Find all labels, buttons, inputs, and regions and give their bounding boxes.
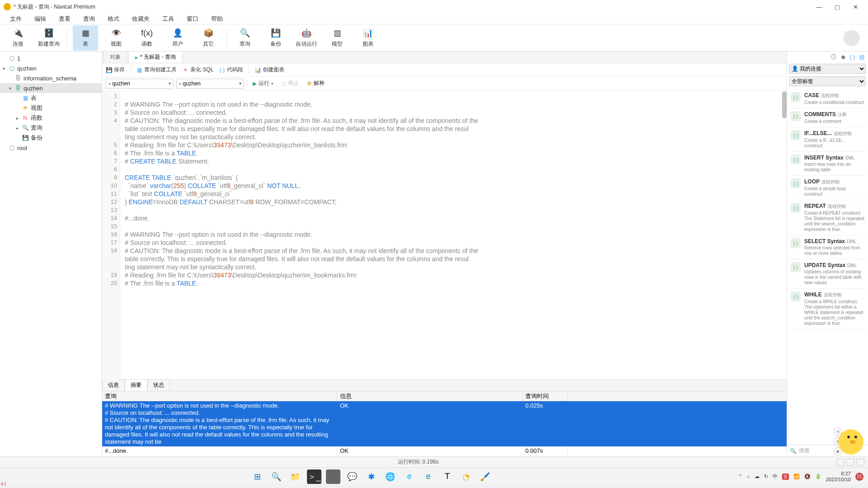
header-time[interactable]: 查询时间 bbox=[523, 391, 568, 401]
tab-objects[interactable]: 对象 bbox=[103, 51, 127, 63]
toolbar-图表[interactable]: 📊图表 bbox=[355, 25, 381, 51]
header-message[interactable]: 信息 bbox=[337, 391, 523, 401]
header-query[interactable]: 查询 bbox=[102, 391, 337, 401]
tray-wifi-icon[interactable]: 📶 bbox=[793, 474, 800, 479]
brackets-icon[interactable]: ( ) bbox=[850, 54, 855, 60]
navicat-icon[interactable]: ◔ bbox=[459, 469, 473, 484]
tags-select[interactable]: 全部标签 bbox=[789, 76, 866, 86]
run-button[interactable]: ▶运行▾ bbox=[250, 80, 276, 87]
snippet-button[interactable]: ( )代码段 bbox=[219, 66, 243, 74]
close-button[interactable]: ✕ bbox=[846, 0, 864, 13]
editor-scrollbar[interactable] bbox=[782, 91, 787, 118]
toolbar-视图[interactable]: 👁️视图 bbox=[104, 25, 129, 51]
notification-badge[interactable]: 21 bbox=[855, 473, 863, 481]
user-avatar[interactable] bbox=[844, 30, 860, 46]
menu-编辑[interactable]: 编辑 bbox=[28, 15, 52, 23]
tray-s-icon[interactable]: S bbox=[782, 474, 789, 480]
query-builder-button[interactable]: ▦查询创建工具 bbox=[136, 66, 177, 74]
menu-查询[interactable]: 查询 bbox=[77, 15, 101, 23]
snippet-COMMENTS[interactable]: ( )COMMENTS注释Create a comment bbox=[789, 108, 866, 127]
mascot[interactable]: ⟲ ⚙ ✖ bbox=[834, 425, 865, 456]
chrome-icon[interactable]: 🌐 bbox=[383, 469, 397, 484]
create-chart-button[interactable]: 📊创建图表 bbox=[255, 66, 284, 74]
tab-query[interactable]: ▸* 无标题 - 查询 bbox=[128, 51, 183, 63]
snippet-icon[interactable]: ▤ bbox=[859, 54, 864, 60]
text-icon[interactable]: T bbox=[440, 469, 454, 484]
app-icon-1[interactable] bbox=[326, 469, 340, 484]
menu-工具[interactable]: 工具 bbox=[156, 15, 180, 23]
layout-btn-1[interactable] bbox=[836, 459, 844, 466]
menu-格式[interactable]: 格式 bbox=[101, 15, 126, 23]
minimize-button[interactable]: — bbox=[810, 0, 828, 13]
tray-circle-icon[interactable]: ○ bbox=[747, 474, 750, 479]
edge-icon[interactable]: e bbox=[402, 469, 416, 484]
toolbar-表[interactable]: ▦表 bbox=[73, 25, 98, 51]
snippet-LOOP[interactable]: ( )LOOP流程控制Create a simple loop construc… bbox=[789, 176, 866, 200]
layout-btn-2[interactable] bbox=[846, 459, 854, 466]
toolbar-模型[interactable]: ▥模型 bbox=[325, 25, 350, 51]
snippet-REPEAT[interactable]: ( )REPEAT流程控制Create A REPEAT construct. … bbox=[789, 200, 866, 235]
menu-文件[interactable]: 文件 bbox=[4, 15, 28, 23]
terminal-icon[interactable]: ＞_ bbox=[307, 469, 321, 484]
app-icon-2[interactable]: ✱ bbox=[364, 469, 378, 484]
database-dropdown[interactable]: ▪quzhen▾ bbox=[176, 79, 244, 89]
tray-cloud-icon[interactable]: ☁ bbox=[755, 474, 760, 479]
tray-sync-icon[interactable]: ↻ bbox=[764, 474, 768, 479]
tree-information_schema[interactable]: 🗄information_schema bbox=[0, 73, 102, 83]
info-icon[interactable]: ⓘ bbox=[831, 53, 836, 61]
toolbar-其它[interactable]: 📦其它 bbox=[196, 25, 221, 51]
eye-icon[interactable]: ◉ bbox=[841, 54, 845, 60]
menu-收藏夹[interactable]: 收藏夹 bbox=[126, 15, 156, 23]
tray-battery-icon[interactable]: 🔋 bbox=[815, 474, 821, 479]
snippet-WHILE[interactable]: ( )WHILE流程控制Create a WHILE construct. Th… bbox=[789, 289, 866, 329]
result-row[interactable]: # WARNING The --port option is not used … bbox=[102, 401, 787, 446]
tree-root[interactable]: ▢root bbox=[0, 143, 102, 153]
snippet-UPDATE Syntax[interactable]: ( )UPDATE SyntaxDMLUpdates columns of ex… bbox=[789, 259, 866, 289]
toolbar-连接[interactable]: 🔌连接 bbox=[5, 25, 31, 51]
tree-查询[interactable]: ▸🔍查询 bbox=[0, 123, 102, 133]
tray-ime-icon[interactable]: 中 bbox=[773, 473, 778, 480]
result-row[interactable]: #...done.OK0.007s bbox=[102, 446, 787, 455]
stop-button[interactable]: ◻停止 bbox=[279, 80, 302, 87]
toolbar-新建查询[interactable]: 🗄️新建查询 bbox=[36, 25, 61, 51]
toolbar-函数[interactable]: f(x)函数 bbox=[134, 25, 160, 51]
tray-chevron-icon[interactable]: ⌃ bbox=[738, 474, 742, 479]
tree-函数[interactable]: ▸fx函数 bbox=[0, 113, 102, 123]
tree-quzhen[interactable]: ▾🗄quzhen bbox=[0, 83, 102, 93]
explorer-icon[interactable]: 📁 bbox=[288, 469, 302, 484]
result-row[interactable]: # WARNING The --port option is not used … bbox=[102, 455, 787, 456]
toolbar-备份[interactable]: 💾备份 bbox=[263, 25, 288, 51]
snippet-CASE[interactable]: ( )CASE流程控制Create a conditional construc… bbox=[789, 89, 866, 108]
result-tab-状态[interactable]: 状态 bbox=[147, 379, 170, 391]
snippet-INSERT Syntax[interactable]: ( )INSERT SyntaxDMLInsert new rows into … bbox=[789, 152, 866, 176]
snippet-IF...ELSE...[interactable]: ( )IF...ELSE...流程控制Create a IF...ELSE...… bbox=[789, 127, 866, 152]
system-tray[interactable]: ⌃ ○ ☁ ↻ 中 S 📶 🔇 🔋 8:272022/10/10 21 bbox=[738, 471, 863, 483]
tray-volume-icon[interactable]: 🔇 bbox=[804, 474, 811, 479]
beautify-sql-button[interactable]: ✦美化 SQL bbox=[182, 66, 213, 74]
layout-btn-3[interactable] bbox=[856, 459, 864, 466]
tree-1[interactable]: ▢1 bbox=[0, 53, 102, 63]
maximize-button[interactable]: ▢ bbox=[828, 0, 846, 13]
tree-quzhen[interactable]: ▾▢quzhen bbox=[0, 63, 102, 73]
edge2-icon[interactable]: e bbox=[421, 469, 435, 484]
sql-editor[interactable]: 1 2 3 4 5 6 7 8 9 10 11 12 13 14 15 16 1… bbox=[102, 90, 787, 380]
app-icon-3[interactable]: 🖌️ bbox=[478, 469, 492, 484]
tree-视图[interactable]: 👁视图 bbox=[0, 103, 102, 113]
menu-帮助[interactable]: 帮助 bbox=[205, 15, 229, 23]
clock[interactable]: 8:272022/10/10 bbox=[826, 471, 851, 483]
search-icon[interactable]: 🔍 bbox=[269, 469, 283, 484]
save-button[interactable]: 💾保存 bbox=[106, 66, 125, 74]
connection-dropdown[interactable]: ▪quzhen▾ bbox=[106, 79, 174, 89]
result-tab-摘要[interactable]: 摘要 bbox=[125, 379, 147, 391]
wechat-icon[interactable]: 💬 bbox=[345, 469, 359, 484]
explain-button[interactable]: ⚙解释 bbox=[304, 80, 327, 87]
toolbar-查询[interactable]: 🔍查询 bbox=[232, 25, 258, 51]
snippet-SELECT Syntax[interactable]: ( )SELECT SyntaxDMLRetrieve rows selecte… bbox=[789, 235, 866, 259]
code-content[interactable]: # WARNING The --port option is not used … bbox=[120, 90, 787, 380]
toolbar-自动运行[interactable]: 🤖自动运行 bbox=[294, 25, 319, 51]
tree-备份[interactable]: 💾备份 bbox=[0, 133, 102, 143]
connection-select[interactable]: 👤 我的连接 bbox=[789, 64, 866, 74]
result-tab-信息[interactable]: 信息 bbox=[102, 379, 125, 391]
menu-窗口[interactable]: 窗口 bbox=[180, 15, 205, 23]
start-button[interactable]: ⊞ bbox=[250, 469, 264, 484]
